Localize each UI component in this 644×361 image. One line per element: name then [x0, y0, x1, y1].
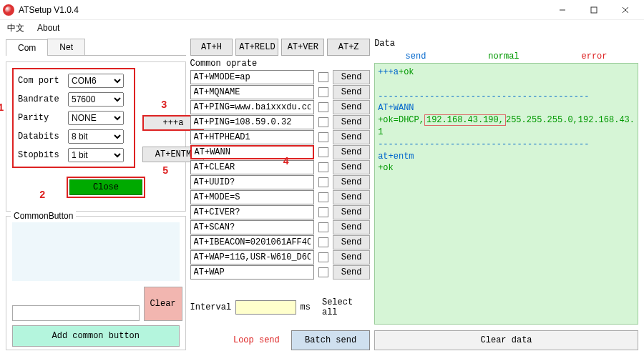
cmd-send-0[interactable]: Send	[333, 70, 370, 84]
log-line: +ok	[378, 163, 394, 173]
cmd-checkbox-1[interactable]	[318, 87, 328, 97]
cmd-send-12[interactable]: Send	[333, 250, 370, 264]
cmd-input-8[interactable]	[190, 190, 315, 204]
window-title: ATSetup V1.0.4	[19, 5, 547, 15]
menu-about[interactable]: About	[37, 23, 59, 33]
cmd-input-10[interactable]	[190, 220, 315, 234]
cmd-checkbox-8[interactable]	[318, 192, 328, 202]
cmd-checkbox-3[interactable]	[318, 117, 328, 127]
cmd-checkbox-0[interactable]	[318, 72, 328, 82]
cmd-input-1[interactable]	[190, 85, 315, 99]
interval-label: Interval	[190, 302, 232, 312]
tab-net[interactable]: Net	[47, 39, 85, 55]
commonbutton-clear[interactable]: Clear	[144, 287, 182, 321]
titlebar: ATSetup V1.0.4	[0, 0, 644, 20]
svg-rect-1	[591, 7, 597, 13]
data-header: send normal error	[374, 50, 638, 63]
commonbutton-area	[12, 222, 180, 281]
cmd-input-2[interactable]	[190, 100, 315, 114]
cmd-checkbox-12[interactable]	[318, 252, 328, 262]
data-label: Data	[374, 39, 638, 49]
tab-com[interactable]: Com	[6, 39, 48, 56]
add-common-button[interactable]: Add common button	[12, 325, 180, 347]
log-line: +++a	[378, 67, 399, 77]
at-reld-button[interactable]: AT+RELD	[235, 39, 278, 56]
select-baud[interactable]: 57600	[68, 92, 124, 107]
cmd-input-4[interactable]	[190, 130, 315, 144]
cmd-checkbox-13[interactable]	[318, 267, 328, 277]
cmd-send-6[interactable]: Send	[333, 160, 370, 174]
cmd-send-8[interactable]: Send	[333, 190, 370, 204]
cmd-input-9[interactable]	[190, 205, 315, 219]
hdr-error: error	[582, 51, 608, 61]
cmd-input-7[interactable]	[190, 175, 315, 189]
left-tabs: Com Net	[6, 39, 186, 56]
hdr-normal: normal	[488, 51, 519, 61]
cmd-send-5[interactable]: Send	[333, 145, 370, 159]
label-parity: Parity	[18, 113, 64, 123]
select-all[interactable]: Select all	[319, 297, 370, 317]
at-ver-button[interactable]: AT+VER	[281, 39, 324, 56]
log-highlight: 192.168.43.190,	[424, 114, 506, 126]
menu-lang[interactable]: 中文	[7, 22, 24, 34]
cmd-checkbox-9[interactable]	[318, 207, 328, 217]
app-icon	[3, 4, 14, 16]
ms-label: ms	[301, 302, 311, 312]
menubar: 中文 About	[0, 20, 644, 36]
cmd-input-5[interactable]	[190, 145, 315, 159]
label-baud: Bandrate	[18, 94, 64, 104]
clear-data-button[interactable]: Clear data	[374, 330, 638, 350]
log-output[interactable]: +++a+ok --------------------------------…	[374, 63, 638, 325]
loop-send[interactable]: Loop send	[230, 335, 280, 345]
cmd-send-10[interactable]: Send	[333, 220, 370, 234]
cmd-checkbox-5[interactable]	[318, 147, 328, 157]
cmd-send-7[interactable]: Send	[333, 175, 370, 189]
select-databits[interactable]: 8 bit	[68, 129, 124, 144]
label-databits: Databits	[18, 132, 64, 142]
cmd-checkbox-2[interactable]	[318, 102, 328, 112]
annot-5: 5	[162, 165, 168, 177]
com-settings-group: 1 2 3 5 Com port COM6 Bandrate 57600 Par…	[6, 61, 186, 212]
cmd-input-3[interactable]	[190, 115, 315, 129]
cmd-checkbox-4[interactable]	[318, 132, 328, 142]
interval-input[interactable]	[235, 300, 296, 315]
log-line: 1	[378, 127, 383, 137]
annot-3: 3	[161, 99, 167, 111]
at-h-button[interactable]: AT+H	[190, 39, 233, 56]
label-stopbits: Stopbits	[18, 150, 64, 160]
cmd-input-12[interactable]	[190, 250, 315, 264]
close-window-button[interactable]	[610, 0, 641, 20]
cmd-send-3[interactable]: Send	[333, 115, 370, 129]
minimize-button[interactable]	[547, 0, 578, 20]
loop-send-label: Loop send	[233, 335, 280, 345]
log-line: +ok	[399, 67, 414, 77]
at-z-button[interactable]: AT+Z	[327, 39, 370, 56]
label-comport: Com port	[18, 76, 64, 86]
maximize-button[interactable]	[578, 0, 610, 20]
cmd-send-4[interactable]: Send	[333, 130, 370, 144]
select-comport[interactable]: COM6	[68, 74, 124, 88]
cmd-send-2[interactable]: Send	[333, 100, 370, 114]
cmd-checkbox-7[interactable]	[318, 177, 328, 187]
cmd-checkbox-10[interactable]	[318, 222, 328, 232]
select-parity[interactable]: NONE	[68, 111, 124, 125]
commonbutton-input[interactable]	[12, 305, 140, 321]
cmd-input-13[interactable]	[190, 265, 315, 280]
log-divider: ----------------------------------------…	[378, 139, 589, 149]
select-stopbits[interactable]: 1 bit	[68, 148, 124, 162]
cmd-send-1[interactable]: Send	[333, 85, 370, 99]
cmd-send-13[interactable]: Send	[333, 265, 370, 280]
log-line: at+entm	[378, 152, 414, 162]
cmd-input-11[interactable]	[190, 235, 315, 249]
log-line: AT+WANN	[378, 103, 414, 113]
cmd-checkbox-6[interactable]	[318, 162, 328, 172]
close-port-button[interactable]: Close	[69, 179, 142, 195]
cmd-input-6[interactable]	[190, 160, 315, 174]
batch-send-button[interactable]: Batch send	[291, 330, 370, 350]
cmd-input-0[interactable]	[190, 70, 315, 84]
cmd-send-11[interactable]: Send	[333, 235, 370, 249]
hdr-send: send	[406, 51, 426, 61]
commonbutton-group: CommonButton Clear Add common button	[6, 216, 186, 350]
cmd-checkbox-11[interactable]	[318, 237, 328, 247]
cmd-send-9[interactable]: Send	[333, 205, 370, 219]
